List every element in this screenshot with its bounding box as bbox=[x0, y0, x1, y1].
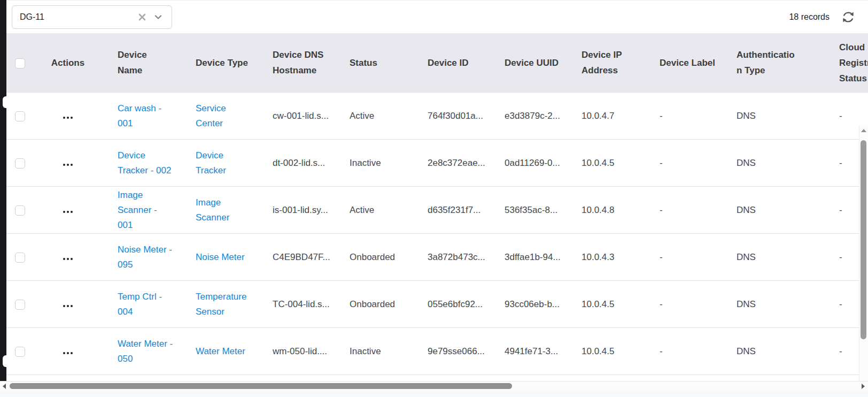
table-row: Image Scanner - 001 Image Scanner is-001… bbox=[6, 187, 868, 234]
device-id-cell: 9e79sse066... bbox=[413, 328, 490, 375]
row-checkbox[interactable] bbox=[15, 111, 25, 121]
device-dns-cell: wm-050-lid.... bbox=[258, 328, 335, 375]
row-actions-cell bbox=[33, 140, 103, 187]
device-id-cell: 2e8c372eae... bbox=[413, 140, 490, 187]
table-row: Noise Meter - 095 Noise Meter C4E9BD47F.… bbox=[6, 234, 868, 281]
dropdown-toggle[interactable] bbox=[150, 9, 166, 25]
device-name-link[interactable]: Device Tracker - 002 bbox=[118, 148, 173, 178]
device-name-cell: Temp Ctrl - 004 bbox=[103, 281, 181, 328]
actions-menu-button[interactable] bbox=[60, 208, 76, 216]
devices-table-container: Actions Device Name Device Type Device D… bbox=[6, 33, 868, 381]
device-type-link[interactable]: Temperature Sensor bbox=[196, 289, 249, 319]
device-dns-cell: C4E9BD47F... bbox=[258, 234, 335, 281]
device-status-cell: Active bbox=[335, 93, 413, 140]
row-checkbox[interactable] bbox=[15, 158, 25, 169]
device-ip-cell: 10.0.4.8 bbox=[567, 187, 645, 234]
select-all-checkbox[interactable] bbox=[15, 58, 25, 68]
device-name-cell: Image Scanner - 001 bbox=[103, 187, 181, 234]
clear-filter-button[interactable] bbox=[134, 9, 150, 25]
device-name-cell: Device Tracker - 002 bbox=[103, 140, 181, 187]
actions-menu-button[interactable] bbox=[60, 255, 76, 263]
actions-menu-button[interactable] bbox=[60, 113, 76, 122]
row-select-cell bbox=[6, 187, 33, 234]
device-status-cell: Active bbox=[335, 187, 413, 234]
device-uuid-cell: 4941fe71-3... bbox=[490, 328, 567, 375]
device-type-cell: Service Center bbox=[181, 93, 258, 140]
device-uuid-cell: e3d3879c-2... bbox=[490, 93, 567, 140]
device-label-cell: - bbox=[645, 140, 722, 187]
device-type-cell: Water Meter bbox=[181, 328, 258, 375]
device-status-cell: Inactive bbox=[335, 140, 413, 187]
scroll-right-arrow-icon[interactable] bbox=[862, 384, 865, 389]
auth-type-cell: DNS bbox=[722, 281, 812, 328]
device-name-cell: Water Meter - 050 bbox=[103, 328, 181, 375]
device-status-cell: Onboarded bbox=[335, 234, 413, 281]
table-header-row: Actions Device Name Device Type Device D… bbox=[6, 33, 868, 93]
row-actions-cell bbox=[33, 93, 103, 140]
header-cloud-reg-status: Cloud Registration Status bbox=[812, 33, 868, 93]
device-type-link[interactable]: Service Center bbox=[196, 101, 249, 131]
device-uuid-cell: 0ad11269-0... bbox=[490, 140, 567, 187]
row-select-cell bbox=[6, 328, 33, 375]
row-actions-cell bbox=[33, 187, 103, 234]
device-type-cell: Image Scanner bbox=[181, 187, 258, 234]
device-status-cell: Inactive bbox=[335, 328, 413, 375]
device-group-select[interactable]: DG-11 bbox=[12, 5, 172, 29]
row-checkbox[interactable] bbox=[15, 300, 25, 310]
row-checkbox[interactable] bbox=[15, 205, 25, 216]
device-uuid-cell: 3dffae1b-94... bbox=[490, 234, 567, 281]
device-type-link[interactable]: Water Meter bbox=[196, 344, 245, 359]
device-name-link[interactable]: Car wash - 001 bbox=[118, 101, 173, 131]
device-name-link[interactable]: Temp Ctrl - 004 bbox=[118, 289, 173, 319]
device-dns-cell: is-001-lid.sy... bbox=[258, 187, 335, 234]
device-ip-cell: 10.0.4.7 bbox=[567, 93, 645, 140]
row-select-cell bbox=[6, 281, 33, 328]
device-uuid-cell: 93cc06eb-b... bbox=[490, 281, 567, 328]
device-ip-cell: 10.0.4.5 bbox=[567, 140, 645, 187]
table-row: Device Tracker - 002 Device Tracker dt-0… bbox=[6, 140, 868, 187]
header-device-type: Device Type bbox=[181, 33, 258, 93]
records-count: 18 records bbox=[789, 12, 830, 22]
toolbar-right: 18 records bbox=[789, 9, 856, 25]
scroll-up-arrow-icon[interactable] bbox=[861, 129, 866, 132]
device-dns-cell: TC-004-lid.s... bbox=[258, 281, 335, 328]
device-name-link[interactable]: Noise Meter - 095 bbox=[118, 242, 173, 272]
device-ip-cell: 10.0.4.5 bbox=[567, 281, 645, 328]
chevron-down-icon bbox=[153, 12, 164, 22]
device-name-link[interactable]: Water Meter - 050 bbox=[118, 337, 173, 367]
header-device-label: Device Label bbox=[645, 33, 722, 93]
device-dns-cell: cw-001-lid.s... bbox=[258, 93, 335, 140]
device-name-link[interactable]: Image Scanner - 001 bbox=[118, 188, 173, 233]
device-type-cell: Device Tracker bbox=[181, 140, 258, 187]
row-checkbox[interactable] bbox=[15, 347, 25, 357]
actions-menu-button[interactable] bbox=[60, 302, 76, 310]
row-actions-cell bbox=[33, 328, 103, 375]
device-type-link[interactable]: Noise Meter bbox=[196, 250, 245, 265]
horizontal-scrollbar[interactable] bbox=[0, 381, 868, 391]
device-label-cell: - bbox=[645, 281, 722, 328]
device-ip-cell: 10.0.4.3 bbox=[567, 234, 645, 281]
device-type-link[interactable]: Device Tracker bbox=[196, 148, 249, 178]
actions-menu-button[interactable] bbox=[60, 349, 76, 357]
scroll-left-arrow-icon[interactable] bbox=[3, 384, 6, 389]
device-label-cell: - bbox=[645, 234, 722, 281]
row-actions-cell bbox=[33, 281, 103, 328]
toolbar: DG-11 18 records bbox=[6, 0, 868, 33]
row-select-cell bbox=[6, 140, 33, 187]
auth-type-cell: DNS bbox=[722, 140, 812, 187]
device-id-cell: 055e6bfc92... bbox=[413, 281, 490, 328]
device-type-link[interactable]: Image Scanner bbox=[196, 195, 249, 225]
header-actions: Actions bbox=[33, 33, 103, 93]
device-status-cell: Onboarded bbox=[335, 281, 413, 328]
vertical-scrollbar[interactable] bbox=[859, 125, 868, 381]
row-checkbox[interactable] bbox=[15, 253, 25, 263]
x-icon bbox=[137, 12, 147, 22]
device-id-cell: 3a872b473c... bbox=[413, 234, 490, 281]
device-label-cell: - bbox=[645, 328, 722, 375]
device-id-cell: d635f231f7... bbox=[413, 187, 490, 234]
panel-notch bbox=[3, 355, 6, 367]
actions-menu-button[interactable] bbox=[60, 161, 76, 169]
horizontal-scrollbar-thumb[interactable] bbox=[10, 383, 512, 389]
vertical-scrollbar-thumb[interactable] bbox=[861, 140, 866, 339]
refresh-button[interactable] bbox=[840, 9, 856, 25]
